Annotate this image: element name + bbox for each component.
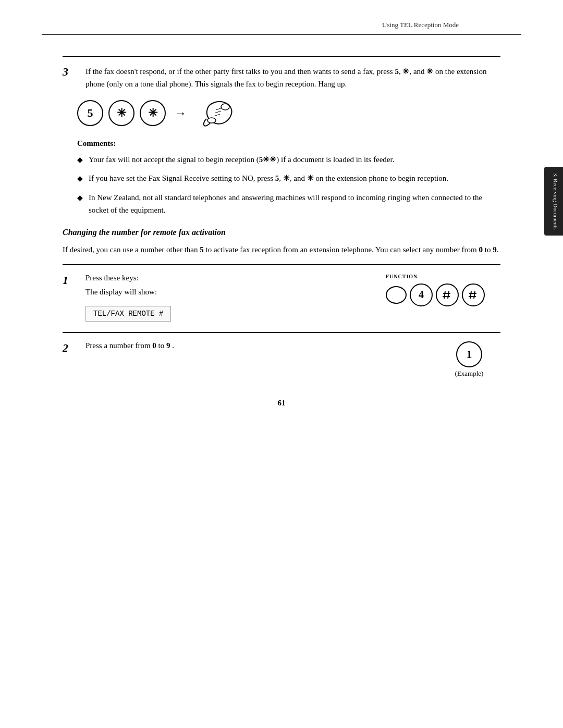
svg-line-10 — [474, 291, 475, 299]
step2-keys-col: 1 (Example) — [438, 341, 500, 378]
bullet3: ◆ In New Zealand, not all standard telep… — [77, 191, 500, 216]
side-tab: 3. Receiving Documents — [544, 167, 563, 236]
comments-section: Comments: ◆ Your fax will not accept the… — [77, 139, 500, 216]
bullet3-text: In New Zealand, not all standard telepho… — [89, 191, 500, 216]
key-star1: ✳ — [108, 100, 134, 126]
svg-line-3 — [215, 111, 221, 113]
arrow-icon: → — [174, 106, 187, 120]
side-tab-text: 3. Receiving Documents — [553, 173, 559, 229]
step2-text: Press a number from 0 to 9 . — [85, 341, 174, 350]
step2-text-col: Press a number from 0 to 9 . — [85, 341, 430, 350]
svg-line-9 — [470, 291, 471, 299]
bullet1-text: Your fax will not accept the signal to b… — [89, 153, 394, 166]
svg-line-6 — [448, 291, 449, 299]
bullet1: ◆ Your fax will not accept the signal to… — [77, 153, 500, 166]
step3-section: 3 If the fax doesn't respond, or if the … — [63, 56, 500, 216]
bullet2: ◆ If you have set the Fax Signal Receive… — [77, 172, 500, 184]
step2-section: 2 Press a number from 0 to 9 . 1 (Exampl… — [63, 332, 500, 378]
main-content: 3 If the fax doesn't respond, or if the … — [0, 35, 563, 439]
svg-point-1 — [207, 118, 216, 123]
comments-title: Comments: — [77, 139, 500, 148]
key-star2: ✳ — [140, 100, 166, 126]
step3-number: 3 — [63, 65, 77, 79]
step1-text: Press these keys: — [85, 274, 377, 282]
svg-line-4 — [214, 114, 220, 116]
function-key-oval — [386, 286, 407, 304]
step1-display-text: The display will show: — [85, 288, 377, 297]
svg-point-0 — [221, 104, 229, 110]
step3-text: If the fax doesn't respond, or if the ot… — [85, 65, 500, 90]
bullet-diamond-2: ◆ — [77, 173, 84, 184]
subsection-text: If desired, you can use a number other t… — [63, 243, 500, 256]
step1-number: 1 — [63, 274, 77, 287]
function-keys-row: 4 — [386, 283, 485, 306]
example-label: (Example) — [455, 369, 484, 378]
subsection-title: Changing the number for remote fax activ… — [63, 228, 500, 237]
bullet2-text: If you have set the Fax Signal Receive s… — [89, 172, 448, 184]
page-number: 61 — [63, 399, 500, 408]
key-5: 5 — [77, 100, 103, 126]
header-title: Using TEL Reception Mode — [382, 21, 459, 29]
step1-keys-col: FUNCTION 4 — [386, 274, 500, 306]
step1-text-col: Press these keys: The display will show:… — [85, 274, 377, 322]
key-hash1 — [436, 283, 459, 306]
step1-section: 1 Press these keys: The display will sho… — [63, 264, 500, 322]
step3-key-icons: 5 ✳ ✳ → — [77, 96, 500, 130]
step2-number: 2 — [63, 341, 77, 355]
svg-line-2 — [216, 108, 222, 110]
key-hash2 — [462, 283, 485, 306]
phone-icon — [200, 96, 237, 130]
bullet-diamond-3: ◆ — [77, 192, 84, 204]
display-box: TEL/FAX REMOTE # — [85, 306, 171, 322]
function-label: FUNCTION — [386, 274, 418, 279]
svg-line-5 — [444, 291, 445, 299]
key-1-example: 1 — [456, 341, 482, 367]
key-4: 4 — [410, 283, 433, 306]
page-header: Using TEL Reception Mode — [42, 0, 521, 35]
bullet-diamond-1: ◆ — [77, 154, 84, 166]
